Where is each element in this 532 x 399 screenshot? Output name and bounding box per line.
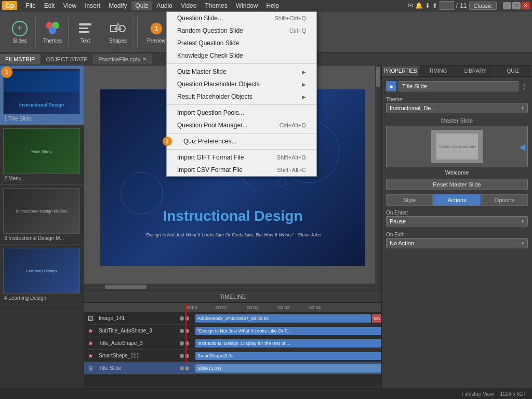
menu-question-pool-manager[interactable]: Question Pool Manager... Ctrl+Alt+Q [167, 119, 316, 131]
master-slide-inner: Double click to add title [431, 130, 483, 163]
on-exit-select[interactable]: No Action [386, 238, 528, 248]
text-btn[interactable]: Text [73, 19, 98, 45]
row-icon-titleslide: 🖥 [84, 365, 97, 372]
menu-audio[interactable]: Audio [152, 1, 177, 10]
right-panel: PROPERTIES TIMING LIBRARY QUIZ ■ ⋮ Theme… [381, 65, 532, 399]
menu-quiz-master-slide[interactable]: Quiz Master Slide ▶ [167, 65, 316, 78]
badge-quiz-1: 1 [151, 23, 162, 34]
tab-object-state[interactable]: OBJECT STATE [41, 54, 93, 64]
slide-title-input[interactable] [398, 81, 518, 91]
menu-question-slide[interactable]: Question Slide... Shift+Ctrl+Q [167, 12, 316, 24]
row-controls-1[interactable] [180, 316, 195, 321]
menu-edit[interactable]: Edit [40, 1, 59, 10]
menu-import-gift[interactable]: Import GIFT Format File Shift+Alt+G [167, 151, 316, 164]
filmstrip-slide-2[interactable]: Main Menu 2 Menu [0, 125, 84, 185]
classic-dropdown[interactable]: Classic [469, 2, 497, 10]
panel-tab-library[interactable]: LIBRARY [457, 65, 495, 76]
view-label: Filmstrip View [461, 391, 494, 397]
window-maximize[interactable]: □ [512, 2, 521, 9]
menu-themes[interactable]: Themes [201, 1, 231, 10]
timeline-bar-title3: Instructional Design :Display for the re… [195, 339, 381, 348]
file-tab[interactable]: PracticeFile.cptx ✕ [94, 54, 153, 64]
menu-random-question-slide[interactable]: Random Question Slide Ctrl+Q [167, 24, 316, 37]
filmstrip-slide-1[interactable]: 1 Instructional Design 1 Title Slide [0, 65, 84, 125]
add-slide-btn[interactable]: + Slides [7, 19, 32, 45]
action-tabs: Style Actions Options [386, 194, 528, 206]
title-options-icon[interactable]: ⋮ [521, 82, 528, 90]
action-tab-options[interactable]: Options [481, 194, 528, 206]
thumb4-content: Learning Design [24, 267, 59, 275]
action-tab-actions[interactable]: Actions [433, 194, 480, 206]
themes-btn[interactable]: Themes [40, 19, 65, 45]
menu-knowledge-check-slide[interactable]: Knowledge Check Slide [167, 49, 316, 62]
row-controls-5[interactable] [180, 366, 195, 370]
menu-view[interactable]: View [59, 1, 81, 10]
menu-insert[interactable]: Insert [81, 1, 104, 10]
panel-tab-timing[interactable]: TIMING [419, 65, 457, 76]
master-slide-box[interactable]: Double click to add title ◀ [386, 126, 528, 167]
row-bar-area-4: SmartShape|3.0s [195, 350, 381, 362]
svg-rect-7 [79, 31, 89, 33]
thumb1-bg-graphic [4, 71, 79, 92]
page-total: 11 [460, 2, 467, 9]
filmstrip-label-1: 1 Title Slide [3, 116, 81, 122]
notification-icon: 🔔 [415, 2, 423, 9]
slides-label: Slides [12, 38, 26, 44]
menu-question-placeholder-objects[interactable]: Question Placeholder Objects ▶ [167, 78, 316, 90]
page-separator: / [456, 2, 458, 9]
canvas-scrollbar[interactable] [375, 65, 381, 290]
menu-import-csv[interactable]: Import CSV Format File Shift+Alt+C [167, 164, 316, 176]
menu-quiz-preferences[interactable]: 2 Quiz Preferences... [167, 135, 316, 148]
panel-tab-quiz[interactable]: QUIZ [495, 65, 532, 76]
timeline-header: TIMELINE [84, 290, 381, 303]
preview-label: Preview [147, 38, 166, 44]
menu-window[interactable]: Window [232, 1, 262, 10]
theme-select[interactable]: Instructional_De... [386, 103, 528, 113]
slide-title: Instructional Design [100, 208, 365, 224]
timeline-bar-end-1: END [372, 314, 381, 323]
svg-point-4 [49, 27, 56, 34]
row-name-subtitle: SubTitle_AutoShape_3 [97, 328, 180, 334]
menu-pretest-question-slide[interactable]: Pretest Question Slide [167, 37, 316, 49]
file-tab-close[interactable]: ✕ [142, 56, 147, 62]
menu-import-question-pools[interactable]: Import Question Pools... [167, 107, 316, 119]
reset-master-btn[interactable]: Reset Master Slide [386, 179, 528, 190]
playhead[interactable] [185, 303, 187, 364]
menu-quiz[interactable]: Quiz [131, 1, 153, 10]
text-label: Text [81, 38, 90, 44]
on-enter-row: On Enter: Pause [386, 209, 528, 227]
timeline-row-image141: 🖼 Image_141 AdobeStock_370219467_editi3.… [84, 312, 381, 325]
tab-filmstrip[interactable]: FILMSTRIP [0, 54, 41, 64]
row-controls-4[interactable] [180, 354, 195, 358]
page-number-input[interactable]: 1 [440, 1, 454, 10]
menu-modify[interactable]: Modify [104, 1, 131, 10]
canvas-hscrollbar[interactable] [84, 284, 375, 290]
row-name-title3: Title_AutoShape_3 [97, 340, 180, 346]
app-logo: Cp [2, 1, 17, 10]
window-minimize[interactable]: — [503, 2, 511, 9]
menu-video[interactable]: Video [177, 1, 201, 10]
timeline: TIMELINE 00:00 00:01 00:02 00:03 00:04 🖼… [84, 290, 381, 399]
hscrollbar-thumb[interactable] [105, 285, 147, 289]
thumb2-content: Main Menu [29, 147, 54, 156]
menu-file[interactable]: File [21, 1, 39, 10]
timeline-rows: 🖼 Image_141 AdobeStock_370219467_editi3.… [84, 312, 381, 385]
filmstrip-slide-3[interactable]: Instructional Design Models 3 Instructio… [0, 185, 84, 245]
row-controls-3[interactable] [180, 341, 195, 345]
action-tab-style[interactable]: Style [386, 194, 433, 206]
window-close[interactable]: ✕ [522, 2, 530, 9]
row-bar-area-2: "Design Is Not Just What It Looks Like O… [195, 325, 381, 337]
dimensions-label: 1024 x 627 [500, 391, 526, 397]
menu-result-placeholder-objects[interactable]: Result Placeholder Objects ▶ [167, 90, 316, 103]
panel-tab-properties[interactable]: PROPERTIES [382, 65, 419, 76]
on-enter-select[interactable]: Pause [386, 216, 528, 227]
master-slide-section: Master Slide Double click to add title ◀… [386, 117, 528, 190]
master-slide-arrow: ◀ [519, 142, 525, 152]
row-controls-2[interactable] [180, 329, 195, 333]
menu-help[interactable]: Help [262, 1, 283, 10]
timeline-row-smartshape: ★ SmartShape_111 SmartShape|3.0s [84, 350, 381, 362]
scrollbar-thumb[interactable] [376, 66, 380, 87]
shapes-btn[interactable]: Shapes [105, 19, 130, 45]
filmstrip-slide-4[interactable]: Learning Design 4 Learning Design [0, 245, 84, 304]
menu-sep2 [167, 104, 316, 105]
